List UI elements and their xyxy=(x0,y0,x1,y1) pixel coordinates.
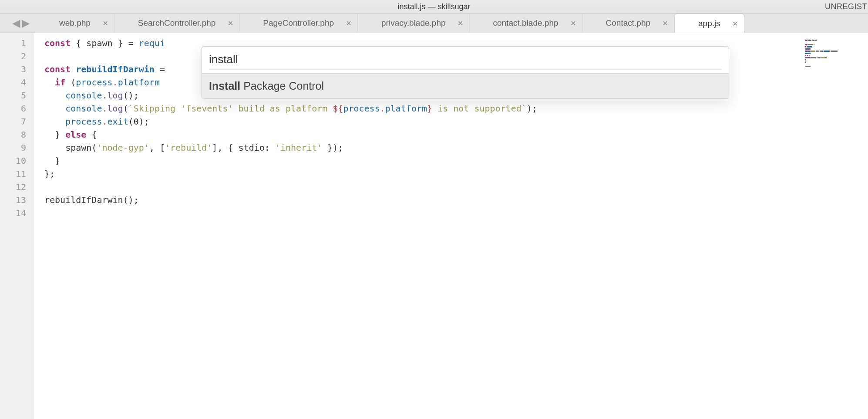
minimap[interactable] xyxy=(804,33,868,419)
line-number: 12 xyxy=(0,180,34,193)
line-number: 1 xyxy=(0,37,34,50)
code-line: process.exit(0); xyxy=(44,115,804,128)
command-palette-item[interactable]: Install Package Control xyxy=(202,74,729,98)
line-number: 13 xyxy=(0,193,34,206)
command-palette-list: Install Package Control xyxy=(202,73,729,98)
code-line: } else { xyxy=(44,128,804,141)
tab-label: contact.blade.php xyxy=(493,18,558,28)
tab-web-php[interactable]: web.php× xyxy=(36,14,114,33)
line-number: 14 xyxy=(0,206,34,220)
close-icon[interactable]: × xyxy=(103,19,108,27)
close-icon[interactable]: × xyxy=(663,19,668,27)
close-icon[interactable]: × xyxy=(346,19,351,27)
command-palette-item-rest: Package Control xyxy=(240,80,324,92)
line-number: 10 xyxy=(0,154,34,167)
command-palette-input[interactable] xyxy=(209,51,722,70)
minimap-line xyxy=(805,60,866,61)
minimap-line xyxy=(805,62,866,64)
tab-label: SearchController.php xyxy=(138,18,216,28)
tabs: web.php×SearchController.php×PageControl… xyxy=(36,14,868,33)
code-line xyxy=(44,206,804,220)
title-bar: install.js — skillsugar UNREGIST xyxy=(0,0,868,14)
close-icon[interactable]: × xyxy=(733,19,738,28)
line-number: 11 xyxy=(0,167,34,180)
tab-contact-blade-php[interactable]: contact.blade.php× xyxy=(470,14,582,33)
close-icon[interactable]: × xyxy=(458,19,463,27)
minimap-line xyxy=(805,53,866,55)
tab-label: app.js xyxy=(698,19,720,28)
tab-bar: ◀ ▶ web.php×SearchController.php×PageCon… xyxy=(0,14,868,33)
tab-label: Contact.php xyxy=(606,18,650,28)
minimap-line xyxy=(805,44,866,46)
code-line: }; xyxy=(44,167,804,180)
gutter: 1234567891011121314 xyxy=(0,33,34,419)
tab-pagecontroller-php[interactable]: PageController.php× xyxy=(239,14,358,33)
command-palette-item-match: Install xyxy=(209,80,240,92)
nav-forward-icon[interactable]: ▶ xyxy=(22,18,30,28)
tab-contact-php[interactable]: Contact.php× xyxy=(582,14,674,33)
window-title: install.js — skillsugar xyxy=(397,2,470,11)
tab-privacy-blade-php[interactable]: privacy.blade.php× xyxy=(358,14,470,33)
command-palette: Install Package Control xyxy=(202,46,729,99)
minimap-line xyxy=(805,47,866,48)
minimap-line xyxy=(805,42,866,44)
line-number: 7 xyxy=(0,115,34,128)
nav-arrows: ◀ ▶ xyxy=(0,18,36,28)
tab-label: privacy.blade.php xyxy=(381,18,446,28)
minimap-line xyxy=(805,64,866,66)
tab-app-js[interactable]: app.js× xyxy=(674,14,744,33)
tab-searchcontroller-php[interactable]: SearchController.php× xyxy=(114,14,240,33)
code-line: } xyxy=(44,154,804,167)
minimap-line xyxy=(805,36,866,37)
line-number: 4 xyxy=(0,76,34,89)
line-number: 2 xyxy=(0,50,34,63)
line-number: 3 xyxy=(0,63,34,76)
line-number: 5 xyxy=(0,89,34,102)
code-line: console.log(`Skipping 'fsevents' build a… xyxy=(44,102,804,115)
line-number: 8 xyxy=(0,128,34,141)
line-number: 9 xyxy=(0,141,34,154)
tab-label: web.php xyxy=(59,18,91,28)
nav-back-icon[interactable]: ◀ xyxy=(12,18,20,28)
registration-status: UNREGIST xyxy=(824,0,868,13)
code-line: spawn('node-gyp', ['rebuild'], { stdio: … xyxy=(44,141,804,154)
close-icon[interactable]: × xyxy=(571,19,576,27)
code-line xyxy=(44,180,804,193)
minimap-line xyxy=(805,40,866,42)
line-number: 6 xyxy=(0,102,34,115)
command-palette-input-row xyxy=(202,47,729,73)
close-icon[interactable]: × xyxy=(228,19,233,27)
code-line: rebuildIfDarwin(); xyxy=(44,193,804,206)
tab-label: PageController.php xyxy=(263,18,334,28)
